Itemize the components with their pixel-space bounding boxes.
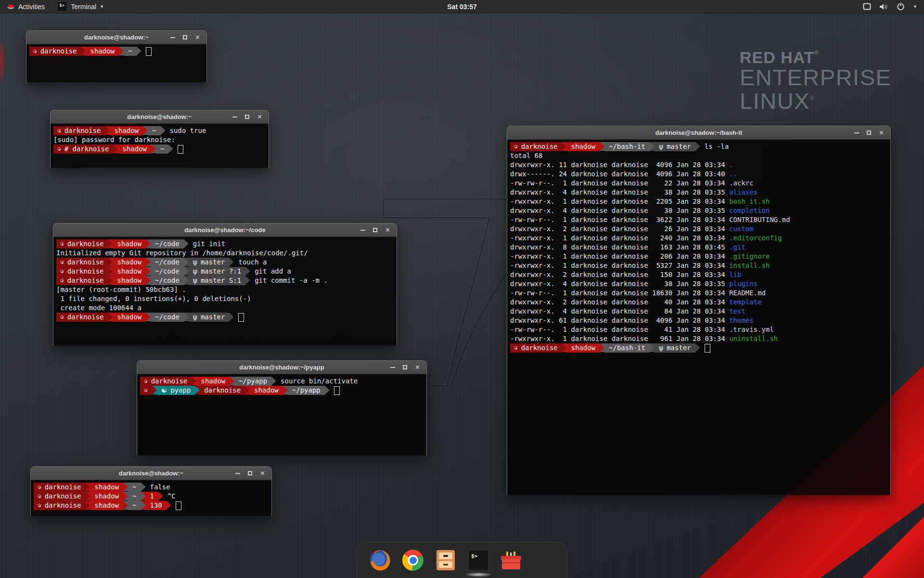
terminal-line: ◔darknoiseshadow~ bbox=[29, 47, 206, 56]
powerline-arrow-icon bbox=[108, 267, 113, 276]
prompt-segment: ψmaster bbox=[189, 258, 230, 267]
prompt-segment: shadow bbox=[566, 142, 600, 151]
close-icon[interactable]: ✕ bbox=[256, 113, 264, 121]
powerline-arrow-icon bbox=[695, 142, 700, 151]
terminal-content[interactable]: ◔darknoiseshadow~ bbox=[26, 44, 206, 82]
close-icon[interactable]: ✕ bbox=[258, 469, 267, 477]
close-icon[interactable]: ✕ bbox=[193, 33, 202, 41]
terminal-cursor[interactable] bbox=[238, 313, 244, 322]
terminal-app-icon: $> bbox=[57, 1, 67, 12]
powerline-arrow-icon bbox=[600, 343, 604, 352]
maximize-icon[interactable] bbox=[243, 113, 251, 121]
terminal-content[interactable]: ◔darknoiseshadow~/pyappsource bin/activa… bbox=[137, 374, 426, 456]
minimize-icon[interactable] bbox=[168, 33, 177, 41]
prompt-segment: darknoise bbox=[200, 386, 245, 395]
terminal-text: .gitignore bbox=[729, 252, 770, 261]
prompt-segment: ~/pyapp bbox=[234, 377, 271, 386]
terminal-text: [sudo] password for darknoise: bbox=[53, 135, 175, 144]
window-controls: ✕ bbox=[168, 33, 206, 41]
app-menu-terminal[interactable]: $> Terminal ▼ bbox=[51, 0, 110, 13]
terminal-line: [sudo] password for darknoise: bbox=[53, 135, 269, 144]
dock: $> bbox=[357, 542, 567, 578]
powerline-arrow-icon bbox=[108, 239, 113, 248]
terminal-text: ^C bbox=[167, 492, 176, 501]
minimize-icon[interactable] bbox=[388, 363, 397, 371]
prompt-swirl-icon: ◔ bbox=[57, 242, 67, 247]
powerline-arrow-icon bbox=[184, 267, 189, 276]
maximize-icon[interactable] bbox=[246, 469, 254, 477]
dock-item-toolbox[interactable] bbox=[500, 549, 523, 572]
window-title: darknoise@shadow:~/bash-it bbox=[507, 129, 890, 136]
dock-item-files[interactable] bbox=[434, 549, 457, 572]
terminal-text: drwxrwxr-x. 4 darknoise darknoise 38 Jan… bbox=[510, 279, 729, 289]
powerline-arrow-icon bbox=[152, 386, 157, 394]
window-titlebar[interactable]: darknoise@shadow:~✕ bbox=[51, 110, 269, 124]
terminal-line: -rw-rw-r--. 1 darknoise darknoise 18630 … bbox=[510, 289, 890, 298]
minimize-icon[interactable] bbox=[231, 113, 239, 121]
terminal-cursor[interactable] bbox=[176, 501, 181, 510]
powerline-arrow-icon bbox=[85, 483, 90, 491]
prompt-segment: shadow bbox=[113, 258, 146, 267]
terminal-content[interactable]: ◔darknoiseshadow~false◔darknoiseshadow~1… bbox=[31, 480, 271, 516]
terminal-content[interactable]: ◔darknoiseshadow~/bash-itψmasterls -lato… bbox=[507, 140, 890, 495]
window-titlebar[interactable]: darknoise@shadow:~✕ bbox=[26, 31, 206, 44]
terminal-text: create mode 100644 a bbox=[56, 303, 141, 313]
terminal-text: README.md bbox=[729, 289, 766, 298]
dock-item-app-grid[interactable] bbox=[532, 549, 555, 572]
minimize-icon[interactable] bbox=[359, 226, 367, 234]
maximize-icon[interactable] bbox=[371, 226, 379, 234]
rhel-wordmark-line1: RED HAT® bbox=[740, 49, 891, 66]
terminal-text: -rwxrwxr-x. 1 darknoise darknoise 2205 J… bbox=[510, 197, 729, 206]
powerline-arrow-icon bbox=[562, 142, 566, 151]
dock-item-chrome[interactable] bbox=[401, 549, 424, 572]
terminal-text: completion bbox=[729, 206, 770, 215]
terminal-line: -rwxrwxr-x. 1 darknoise darknoise 2205 J… bbox=[510, 197, 890, 206]
close-icon[interactable]: ✕ bbox=[877, 129, 886, 137]
powerline-arrow-icon bbox=[105, 126, 110, 135]
minimize-icon[interactable] bbox=[233, 469, 242, 477]
powerline-arrow-icon bbox=[245, 276, 250, 285]
terminal-text: sudo true bbox=[170, 126, 206, 135]
close-icon[interactable]: ✕ bbox=[413, 363, 422, 371]
dock-item-terminal[interactable]: $> bbox=[467, 549, 490, 572]
maximize-icon[interactable] bbox=[181, 33, 189, 41]
terminal-content[interactable]: ◔darknoiseshadow~sudo true[sudo] passwor… bbox=[51, 124, 269, 168]
window-titlebar[interactable]: darknoise@shadow:~/bash-it✕ bbox=[507, 126, 890, 140]
maximize-icon[interactable] bbox=[865, 129, 873, 137]
prompt-segment: ☯pyapp bbox=[157, 386, 195, 395]
maximize-icon[interactable] bbox=[401, 363, 409, 371]
terminal-text: drwxrwxr-x. 4 darknoise darknoise 38 Jan… bbox=[510, 188, 729, 197]
terminal-line: [master (root-commit) 50bcb63] . bbox=[56, 285, 397, 294]
terminal-cursor[interactable] bbox=[334, 386, 340, 395]
prompt-swirl-icon: ◔ bbox=[57, 278, 67, 283]
terminal-content[interactable]: ◔darknoiseshadow~/codegit initInitialize… bbox=[53, 237, 397, 346]
terminal-text: drwxrwxr-x. 2 darknoise darknoise 150 Ja… bbox=[510, 270, 729, 279]
prompt-segment: ~ bbox=[128, 501, 141, 510]
terminal-window: darknoise@shadow:~✕◔darknoiseshadow~fals… bbox=[30, 466, 272, 516]
powerline-arrow-icon bbox=[141, 483, 146, 491]
terminal-cursor[interactable] bbox=[178, 145, 183, 154]
clock[interactable]: Sat 03:57 bbox=[447, 3, 476, 11]
window-titlebar[interactable]: darknoise@shadow:~✕ bbox=[31, 467, 271, 480]
terminal-window: darknoise@shadow:~✕◔darknoiseshadow~ bbox=[26, 30, 207, 82]
git-branch-icon: ψ bbox=[193, 313, 197, 322]
powerline-arrow-icon bbox=[161, 126, 166, 135]
dock-item-firefox[interactable] bbox=[369, 549, 392, 572]
redhat-fedora-icon bbox=[7, 2, 15, 11]
window-titlebar[interactable]: darknoise@shadow:~/code✕ bbox=[53, 223, 397, 237]
terminal-line: -rwxrwxr-x. 1 darknoise darknoise 5327 J… bbox=[510, 261, 890, 270]
minimize-icon[interactable] bbox=[852, 129, 860, 137]
close-icon[interactable]: ✕ bbox=[384, 226, 392, 234]
prompt-segment: ~/code bbox=[151, 313, 184, 322]
window-titlebar[interactable]: darknoise@shadow:~/pyapp✕ bbox=[137, 361, 426, 374]
git-branch-icon: ψ bbox=[193, 258, 197, 267]
activities-button[interactable]: Activities bbox=[0, 0, 51, 13]
files-icon bbox=[435, 549, 456, 571]
terminal-text: -rwxrwxr-x. 1 darknoise darknoise 961 Ja… bbox=[510, 334, 729, 343]
system-status-area[interactable]: ▼ bbox=[863, 0, 924, 13]
terminal-cursor[interactable] bbox=[705, 344, 710, 353]
terminal-cursor[interactable] bbox=[146, 47, 152, 56]
terminal-text: git init bbox=[193, 239, 225, 249]
powerline-arrow-icon bbox=[562, 343, 566, 352]
firefox-icon bbox=[369, 549, 391, 571]
